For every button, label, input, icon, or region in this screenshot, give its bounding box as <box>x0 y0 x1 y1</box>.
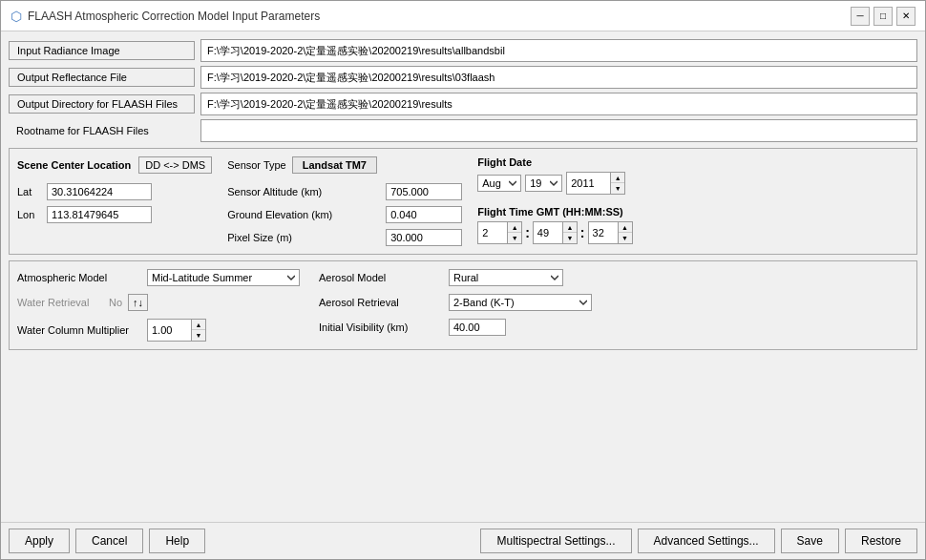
second-down-arrow[interactable]: ▼ <box>619 233 632 243</box>
pixel-size-label: Pixel Size (m) <box>227 232 380 243</box>
file-section: Input Radiance Image Output Reflectance … <box>9 39 917 142</box>
lat-label: Lat <box>17 186 41 197</box>
flight-date-row: Aug 19 ▲ ▼ <box>477 172 649 195</box>
second-up-arrow[interactable]: ▲ <box>619 222 632 233</box>
main-window: ⬡ FLAASH Atmospheric Correction Model In… <box>0 0 926 560</box>
advanced-settings-button[interactable]: Advanced Settings... <box>638 529 775 553</box>
titlebar-controls: ─ □ ✕ <box>851 7 915 26</box>
initial-visibility-input[interactable] <box>449 319 506 336</box>
input-radiance-field[interactable] <box>200 39 917 62</box>
hour-input[interactable] <box>478 225 507 240</box>
water-column-label: Water Column Multiplier <box>17 324 141 336</box>
water-retrieval-label: Water Retrieval <box>17 297 103 308</box>
main-content: Input Radiance Image Output Reflectance … <box>1 31 925 522</box>
output-directory-row: Output Directory for FLAASH Files <box>9 93 917 115</box>
maximize-button[interactable]: □ <box>873 7 893 26</box>
restore-button[interactable]: Restore <box>845 529 917 553</box>
dd-dms-button[interactable]: DD <-> DMS <box>138 156 212 174</box>
water-retrieval-row: Water Retrieval No ↑↓ <box>17 294 300 311</box>
initial-visibility-label: Initial Visibility (km) <box>319 321 443 333</box>
output-reflectance-field[interactable] <box>200 66 917 89</box>
lat-input[interactable] <box>47 183 152 200</box>
scene-center-title: Scene Center Location <box>17 159 131 171</box>
input-radiance-button[interactable]: Input Radiance Image <box>9 41 195 60</box>
pixel-size-input[interactable] <box>386 229 462 246</box>
multispectral-button[interactable]: Multispectral Settings... <box>480 529 631 553</box>
atm-model-select[interactable]: Mid-Latitude Summer <box>147 269 300 286</box>
second-spin-arrows: ▲ ▼ <box>618 222 632 243</box>
save-button[interactable]: Save <box>781 529 839 553</box>
altitude-input[interactable] <box>386 183 462 200</box>
cancel-button[interactable]: Cancel <box>75 529 143 553</box>
aerosol-retrieval-label: Aerosol Retrieval <box>319 297 443 308</box>
flight-day-select[interactable]: 19 <box>525 175 562 192</box>
flight-time-label: Flight Time GMT (HH:MM:SS) <box>477 206 649 218</box>
ground-elev-input[interactable] <box>386 206 462 223</box>
atm-left: Atmospheric Model Mid-Latitude Summer Wa… <box>17 269 300 342</box>
app-icon: ⬡ <box>11 9 22 24</box>
sensor-type-value: Landsat TM7 <box>292 156 377 174</box>
atm-model-label: Atmospheric Model <box>17 272 141 283</box>
time-colon-2: : <box>580 225 585 240</box>
initial-visibility-row: Initial Visibility (km) <box>319 319 909 336</box>
minute-up-arrow[interactable]: ▲ <box>563 222 577 233</box>
water-column-spinner: ▲ ▼ <box>147 319 206 342</box>
sensor-type-label: Sensor Type <box>227 159 286 171</box>
aerosol-retrieval-row: Aerosol Retrieval 2-Band (K-T) <box>319 294 909 311</box>
flight-time-row: ▲ ▼ : ▲ ▼ <box>477 221 649 244</box>
input-radiance-row: Input Radiance Image <box>9 39 917 62</box>
scene-right: Flight Date Aug 19 ▲ <box>477 156 649 246</box>
time-colon-1: : <box>525 225 530 240</box>
scene-title-row: Scene Center Location DD <-> DMS <box>17 156 212 174</box>
titlebar-left: ⬡ FLAASH Atmospheric Correction Model In… <box>11 9 320 24</box>
scene-layout: Scene Center Location DD <-> DMS Lat Lon <box>17 156 909 246</box>
aerosol-retrieval-select[interactable]: 2-Band (K-T) <box>449 294 592 311</box>
altitude-row: Sensor Altitude (km) <box>227 183 462 200</box>
bottom-bar: Apply Cancel Help Multispectral Settings… <box>1 522 925 559</box>
year-up-arrow[interactable]: ▲ <box>611 173 624 183</box>
scene-panel: Scene Center Location DD <-> DMS Lat Lon <box>9 148 917 255</box>
flight-date-label: Flight Date <box>477 156 649 168</box>
output-directory-field[interactable] <box>200 93 917 115</box>
titlebar: ⬡ FLAASH Atmospheric Correction Model In… <box>1 1 925 31</box>
hour-down-arrow[interactable]: ▼ <box>508 233 521 243</box>
flight-month-select[interactable]: Aug <box>477 175 521 192</box>
water-sort-button[interactable]: ↑↓ <box>128 294 148 311</box>
water-column-spin-arrows: ▲ ▼ <box>191 320 205 341</box>
altitude-label: Sensor Altitude (km) <box>227 186 380 197</box>
minute-down-arrow[interactable]: ▼ <box>563 233 577 243</box>
lon-input[interactable] <box>47 206 152 223</box>
apply-button[interactable]: Apply <box>9 529 70 553</box>
atm-layout: Atmospheric Model Mid-Latitude Summer Wa… <box>17 269 909 342</box>
year-down-arrow[interactable]: ▼ <box>611 183 624 194</box>
atm-right: Aerosol Model Rural Aerosol Retrieval 2-… <box>319 269 909 342</box>
ground-elev-label: Ground Elevation (km) <box>227 209 380 220</box>
close-button[interactable]: ✕ <box>896 7 915 26</box>
hour-up-arrow[interactable]: ▲ <box>508 222 521 233</box>
aerosol-model-row: Aerosol Model Rural <box>319 269 909 286</box>
scene-left: Scene Center Location DD <-> DMS Lat Lon <box>17 156 212 246</box>
window-title: FLAASH Atmospheric Correction Model Inpu… <box>28 10 320 23</box>
water-column-down-arrow[interactable]: ▼ <box>192 330 205 341</box>
scene-middle: Sensor Type Landsat TM7 Sensor Altitude … <box>227 156 462 246</box>
water-column-input[interactable] <box>148 322 191 338</box>
pixel-size-row: Pixel Size (m) <box>227 229 462 246</box>
water-column-row: Water Column Multiplier ▲ ▼ <box>17 319 300 342</box>
rootname-label: Rootname for FLAASH Files <box>9 122 195 139</box>
aerosol-model-select[interactable]: Rural <box>449 269 563 286</box>
rootname-row: Rootname for FLAASH Files <box>9 119 917 142</box>
help-button[interactable]: Help <box>149 529 205 553</box>
year-spin-arrows: ▲ ▼ <box>610 173 624 194</box>
output-reflectance-button[interactable]: Output Reflectance File <box>9 68 195 87</box>
second-spinner: ▲ ▼ <box>588 221 633 244</box>
minute-input[interactable] <box>534 225 562 240</box>
output-directory-button[interactable]: Output Directory for FLAASH Files <box>9 94 195 114</box>
flight-year-input[interactable] <box>567 176 610 191</box>
lat-row: Lat <box>17 183 212 200</box>
water-no-value: No <box>109 297 122 308</box>
minimize-button[interactable]: ─ <box>851 7 870 26</box>
atmospheric-panel: Atmospheric Model Mid-Latitude Summer Wa… <box>9 260 917 350</box>
rootname-field[interactable] <box>200 119 917 142</box>
water-column-up-arrow[interactable]: ▲ <box>192 320 205 330</box>
second-input[interactable] <box>589 225 618 240</box>
